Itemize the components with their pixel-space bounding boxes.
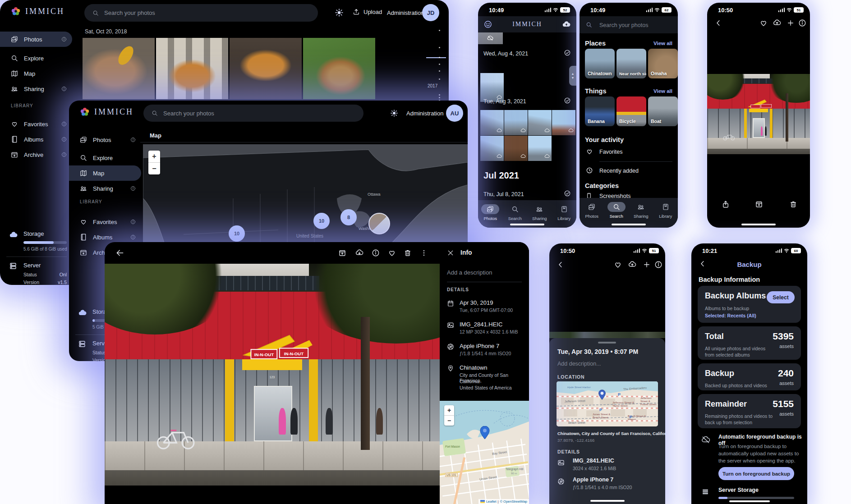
sidebar-item-photos[interactable]: Photos — [0, 32, 72, 47]
share-button[interactable] — [722, 200, 730, 208]
info-button[interactable] — [654, 261, 662, 269]
info-button[interactable] — [798, 19, 806, 27]
add-button[interactable] — [643, 261, 651, 269]
day-select-checkbox[interactable] — [564, 97, 571, 104]
sidebar-item-explore[interactable]: Explore — [0, 50, 72, 66]
day-select-checkbox[interactable] — [564, 49, 571, 56]
nav-tab-photos[interactable]: Photos — [580, 198, 604, 228]
description-input[interactable]: Add a description — [447, 269, 492, 276]
immich-logo[interactable]: IMMICH — [80, 107, 133, 117]
photo-cluster-marker[interactable]: 10 — [313, 213, 330, 229]
nav-tab-photos[interactable]: Photos — [478, 200, 503, 228]
photo-strip[interactable] — [549, 332, 665, 338]
thing-card[interactable]: Boat — [648, 96, 678, 126]
zoom-out-button[interactable]: − — [444, 416, 454, 426]
sheet-drag-handle[interactable] — [598, 342, 616, 344]
user-avatar[interactable]: JD — [422, 4, 439, 21]
search-bar[interactable]: Search your photos — [84, 4, 318, 22]
zoom-out-button[interactable]: − — [148, 163, 160, 174]
photo-thumb[interactable] — [478, 32, 503, 44]
place-card[interactable]: Omaha — [648, 49, 678, 78]
map-zoom-control[interactable]: + − — [148, 151, 160, 174]
close-info-button[interactable] — [447, 249, 454, 257]
photo-thumb[interactable] — [303, 38, 375, 99]
photo-thumb[interactable] — [83, 38, 155, 99]
home-indicator[interactable] — [612, 224, 646, 225]
thing-card[interactable]: Banana — [585, 96, 615, 126]
favorite-button[interactable] — [759, 19, 768, 27]
info-icon[interactable] — [61, 121, 67, 127]
administration-link[interactable]: Administration — [406, 110, 443, 117]
more-options-button[interactable] — [420, 249, 428, 257]
thing-card[interactable]: Bicycle — [616, 96, 646, 126]
photo-thumb[interactable] — [504, 136, 528, 161]
photo-map-marker[interactable] — [368, 213, 390, 234]
photo-thumb[interactable] — [528, 136, 552, 161]
photo-cluster-marker[interactable]: 10 — [229, 225, 245, 242]
upload-cloud-button[interactable] — [628, 261, 636, 269]
mini-map-zoom-control[interactable]: + − — [444, 405, 454, 426]
favorite-button[interactable] — [388, 249, 396, 257]
zoom-in-button[interactable]: + — [444, 405, 454, 416]
info-icon[interactable] — [61, 152, 67, 157]
turn-on-foreground-backup-button[interactable]: Turn on foreground backup — [718, 467, 794, 480]
sidebar-item-sharing[interactable]: Sharing — [69, 181, 141, 196]
download-button[interactable] — [355, 249, 363, 257]
photo-thumb[interactable] — [230, 38, 302, 99]
location-map[interactable]: Hyde Street Harbor The Embarcadero Jeffe… — [557, 381, 658, 426]
info-icon[interactable] — [130, 186, 136, 191]
nav-tab-library[interactable]: Library — [653, 198, 678, 228]
user-avatar[interactable]: AU — [446, 105, 463, 122]
upload-cloud-button[interactable] — [773, 19, 781, 27]
info-button[interactable] — [372, 249, 380, 257]
administration-link[interactable]: Administration — [387, 9, 424, 16]
sidebar-item-map[interactable]: Map — [0, 66, 72, 81]
recently-added-row[interactable]: Recently added — [580, 166, 678, 177]
photo-main[interactable] — [707, 74, 810, 154]
zoom-in-button[interactable]: + — [148, 151, 160, 163]
places-view-all-link[interactable]: View all — [653, 41, 672, 46]
leaflet-link[interactable]: Leaflet — [486, 499, 497, 504]
sidebar-item-favorites[interactable]: Favorites — [69, 214, 141, 229]
favorite-button[interactable] — [614, 261, 622, 269]
photo-thumb[interactable] — [156, 38, 228, 99]
sidebar-item-albums[interactable]: Albums — [0, 132, 72, 147]
photo-thumb[interactable] — [552, 110, 575, 135]
favorites-row[interactable]: Favorites — [580, 147, 678, 158]
archive-button[interactable] — [755, 200, 763, 208]
sidebar-item-archive[interactable]: Archive — [0, 147, 72, 162]
photo-thumb[interactable] — [504, 110, 528, 135]
back-button[interactable] — [714, 19, 722, 27]
sidebar-item-sharing[interactable]: Sharing — [0, 81, 72, 96]
things-view-all-link[interactable]: View all — [653, 88, 672, 94]
photo-thumb[interactable] — [480, 136, 504, 161]
sidebar-item-map[interactable]: Map — [69, 165, 141, 181]
theme-toggle-button[interactable] — [335, 8, 344, 17]
photo-cluster-marker[interactable]: 8 — [340, 209, 357, 225]
scrollbar-thumb[interactable]: ▲▼ — [569, 66, 576, 86]
info-icon[interactable] — [130, 234, 136, 240]
home-indicator[interactable] — [590, 500, 625, 502]
location-title[interactable]: Chinatown — [460, 364, 487, 371]
sidebar-item-explore[interactable]: Explore — [69, 150, 141, 165]
photo-thumb[interactable] — [480, 110, 504, 135]
delete-button[interactable] — [404, 249, 412, 257]
photo-main[interactable]: IN-N-OUT IN-N-OUT 123 — [105, 264, 440, 486]
back-button[interactable] — [557, 261, 565, 269]
home-indicator[interactable] — [729, 500, 770, 502]
archive-button[interactable] — [338, 249, 346, 257]
search-bar[interactable]: Search your photos — [580, 16, 678, 33]
location-mini-map[interactable]: Fort Mason US 101 Bay Street Union Stree… — [440, 401, 529, 504]
select-albums-button[interactable]: Select — [767, 291, 795, 303]
info-icon[interactable] — [61, 37, 67, 42]
home-indicator[interactable] — [741, 224, 776, 225]
add-button[interactable] — [787, 19, 795, 27]
photo-thumb[interactable] — [528, 110, 552, 135]
osm-link[interactable]: © OpenStreetMap — [500, 499, 527, 504]
info-icon[interactable] — [130, 219, 136, 225]
theme-toggle-button[interactable] — [390, 109, 398, 117]
place-card[interactable]: Chinatown — [585, 49, 615, 78]
upload-button[interactable]: Upload — [353, 8, 382, 15]
info-icon[interactable] — [61, 137, 67, 142]
photo-thumb[interactable] — [480, 73, 504, 102]
